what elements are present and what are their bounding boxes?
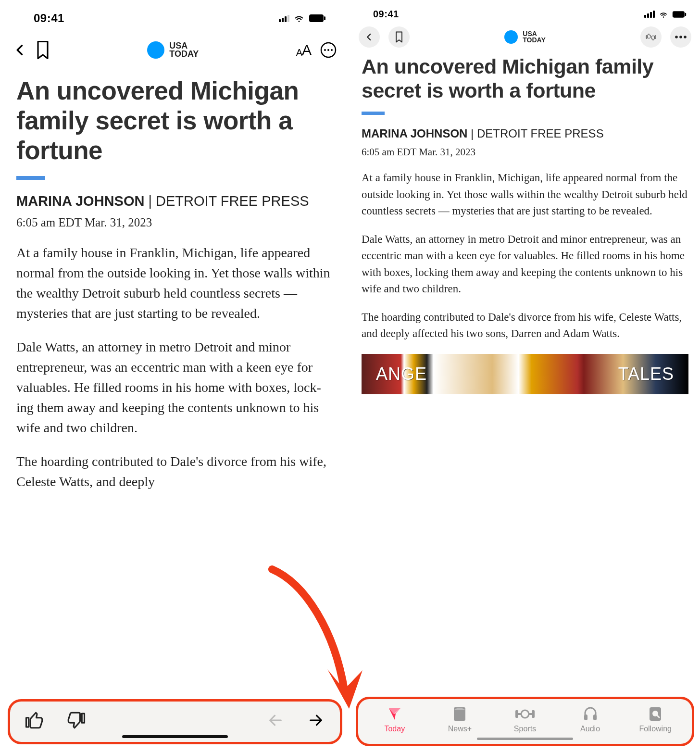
today-icon	[388, 706, 402, 722]
cellular-signal-icon	[644, 11, 655, 18]
svg-point-10	[684, 36, 687, 38]
publisher-brand: USA TODAY	[504, 30, 545, 44]
article-timestamp: 6:05 am EDT Mar. 31, 2023	[362, 146, 688, 158]
article-image: ANGE TALES	[362, 354, 688, 394]
svg-rect-18	[593, 714, 597, 720]
article-timestamp: 6:05 am EDT Mar. 31, 2023	[16, 216, 334, 229]
back-button[interactable]	[13, 41, 27, 59]
newsplus-icon	[453, 706, 466, 722]
svg-point-14	[521, 710, 529, 718]
article-paragraph: At a family house in Franklin, Michigan,…	[362, 170, 688, 220]
thumbs-down-button[interactable]	[66, 710, 86, 730]
svg-point-9	[679, 36, 682, 38]
tab-today[interactable]: Today	[373, 706, 416, 733]
svg-point-5	[331, 49, 333, 51]
svg-point-8	[675, 36, 678, 38]
sports-icon	[514, 706, 536, 722]
img-text: ANGE	[376, 364, 427, 384]
audio-icon	[583, 706, 598, 722]
wifi-icon	[293, 13, 305, 24]
reader-nav: USA TODAY AA	[0, 31, 350, 72]
svg-rect-12	[515, 710, 518, 718]
next-article-button[interactable]	[306, 712, 325, 728]
reader-view-phone: 09:41 USA TODAY AA	[0, 0, 350, 752]
home-indicator[interactable]	[477, 738, 573, 740]
feedback-button[interactable]	[640, 26, 662, 48]
article-paragraph: The hoarding contributed to Dale's divor…	[16, 451, 334, 492]
article-paragraph: The hoarding contributed to Dale's divor…	[362, 309, 688, 342]
back-button[interactable]	[359, 26, 380, 48]
article-nav: USA TODAY	[350, 24, 700, 53]
article-paragraph: At a family house in Franklin, Michigan,…	[16, 243, 334, 324]
byline-publication: DETROIT FREE PRESS	[477, 127, 604, 140]
status-time: 09:41	[373, 9, 399, 20]
svg-rect-15	[518, 713, 521, 715]
tab-newsplus[interactable]: News+	[438, 706, 481, 733]
svg-rect-1	[324, 16, 325, 20]
battery-icon	[309, 14, 326, 23]
text-size-button[interactable]: AA	[296, 42, 312, 58]
standard-view-phone: 09:41 USA TODAY	[350, 0, 700, 752]
svg-rect-16	[529, 713, 532, 715]
svg-point-4	[327, 49, 329, 51]
svg-rect-17	[584, 714, 588, 720]
article-byline: MARINA JOHNSON | DETROIT FREE PRESS	[16, 191, 334, 211]
tab-label: News+	[448, 725, 472, 733]
tab-following[interactable]: Following	[634, 706, 677, 733]
brand-text: USA TODAY	[523, 31, 545, 44]
bookmark-button[interactable]	[36, 40, 50, 60]
byline-author: MARINA JOHNSON	[16, 193, 144, 209]
svg-rect-13	[532, 710, 535, 718]
status-icons	[644, 10, 687, 19]
status-time: 09:41	[34, 12, 64, 25]
publisher-brand: USA TODAY	[147, 41, 199, 59]
article-paragraph: Dale Watts, an attorney in metro Detroit…	[362, 231, 688, 298]
article-byline: MARINA JOHNSON | DETROIT FREE PRESS	[362, 125, 688, 142]
tab-label: Audio	[580, 725, 600, 733]
more-button[interactable]	[670, 26, 691, 48]
article-headline: An uncovered Michigan family secret is w…	[362, 54, 688, 103]
byline-publication: DETROIT FREE PRESS	[156, 193, 309, 209]
byline-author: MARINA JOHNSON	[362, 127, 467, 140]
brand-dot-icon	[147, 41, 164, 59]
brand-text: USA TODAY	[169, 42, 199, 58]
battery-icon	[672, 11, 687, 18]
headline-divider	[362, 112, 385, 115]
thumbs-up-button[interactable]	[25, 710, 45, 730]
tab-bar: Today News+ Sports Audio Following	[356, 697, 694, 746]
headline-divider	[16, 176, 45, 180]
tab-sports[interactable]: Sports	[503, 706, 547, 733]
article-paragraph: Dale Watts, an attorney in metro Detroit…	[16, 337, 334, 438]
status-bar: 09:41	[0, 0, 350, 31]
status-bar: 09:41	[350, 0, 700, 24]
status-icons	[279, 13, 326, 24]
tab-label: Today	[384, 725, 405, 733]
reader-bottom-toolbar	[8, 699, 342, 744]
article-headline: An uncovered Michigan family secret is w…	[16, 76, 334, 165]
svg-rect-7	[685, 13, 687, 16]
tab-label: Sports	[514, 725, 536, 733]
home-indicator[interactable]	[122, 735, 228, 738]
svg-rect-0	[309, 14, 324, 22]
wifi-icon	[659, 10, 668, 19]
article-body: At a family house in Franklin, Michigan,…	[362, 170, 688, 342]
cellular-signal-icon	[279, 15, 289, 22]
img-text: TALES	[618, 364, 674, 384]
tab-label: Following	[639, 725, 672, 733]
article-content: An uncovered Michigan family secret is w…	[0, 72, 350, 699]
svg-point-3	[324, 49, 326, 51]
article-content: An uncovered Michigan family secret is w…	[350, 53, 700, 697]
article-body: At a family house in Franklin, Michigan,…	[16, 243, 334, 492]
svg-rect-6	[673, 11, 685, 17]
more-button[interactable]	[320, 42, 337, 58]
bookmark-button[interactable]	[388, 26, 410, 48]
following-icon	[649, 706, 662, 722]
brand-dot-icon	[504, 30, 518, 44]
prev-article-button[interactable]	[266, 712, 285, 728]
tab-audio[interactable]: Audio	[569, 706, 612, 733]
